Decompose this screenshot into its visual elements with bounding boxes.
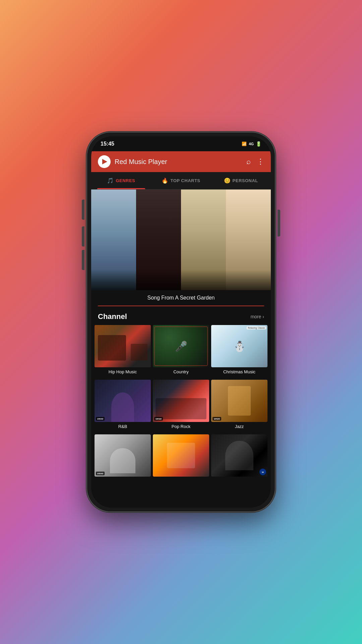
battery-icon: 🔋 — [256, 141, 261, 147]
notch — [158, 137, 204, 147]
wb-badge: w — [259, 469, 266, 475]
thumb-g6: w — [211, 434, 267, 477]
channel-item-label: Pop Rock — [172, 424, 190, 432]
wifi-icon: 📶 — [242, 142, 247, 146]
divider — [98, 306, 264, 306]
hiphop-decoration — [95, 325, 151, 367]
vevo-badge-4: vevo — [96, 472, 105, 475]
channel-more[interactable]: more › — [250, 314, 264, 319]
channel-grid: Hip Hop Music 🎤 Country — [91, 325, 271, 482]
snowman-icon: ⛄ — [233, 340, 246, 352]
channel-item-label: Hip Hop Music — [109, 369, 137, 378]
thumb-christmas: ⛄ Relaxing Classic — [211, 325, 267, 367]
main-content: Song From A Secret Garden Channel more › — [91, 190, 271, 507]
thumb-poprock: vevo — [153, 380, 209, 422]
status-icons: 📶 4G 🔋 — [242, 141, 261, 147]
channel-item-label: Christmas Music — [223, 369, 255, 378]
vevo-badge: vevo — [96, 417, 105, 421]
list-item[interactable]: vevo — [95, 434, 151, 482]
signal-label: 4G — [249, 142, 254, 146]
christmas-decoration: ⛄ — [211, 325, 267, 367]
list-item[interactable]: vevo Pop Rock — [153, 380, 209, 432]
play-icon — [102, 159, 107, 164]
channel-header: Channel more › — [91, 306, 271, 325]
thumb-g5 — [153, 434, 209, 477]
personal-label: PERSONAL — [233, 178, 258, 183]
genres-icon: 🎵 — [107, 177, 114, 184]
featured-caption: Song From A Secret Garden — [91, 290, 271, 306]
phone-screen: 15:45 📶 4G 🔋 Red Music Player ⌕ ⋮ 🎵 GE — [91, 137, 271, 507]
channel-item-label: Jazz — [235, 424, 244, 432]
app-logo — [98, 155, 111, 168]
phone-frame: 15:45 📶 4G 🔋 Red Music Player ⌕ ⋮ 🎵 GE — [87, 132, 275, 512]
thumb-g4: vevo — [95, 434, 151, 477]
list-item[interactable]: Hip Hop Music — [95, 325, 151, 378]
app-header: Red Music Player ⌕ ⋮ — [91, 151, 271, 172]
list-item[interactable]: vevo Jazz — [211, 380, 267, 432]
list-item[interactable]: 🎤 Country — [153, 325, 209, 378]
topcharts-icon: 🔥 — [162, 177, 168, 184]
genres-label: GENRES — [116, 178, 135, 183]
vevo-badge-2: vevo — [154, 417, 163, 421]
list-item[interactable]: ⛄ Relaxing Classic Christmas Music — [211, 325, 267, 378]
app-title: Red Music Player — [115, 158, 242, 166]
thumb-rnb: vevo — [95, 380, 151, 422]
header-actions: ⌕ ⋮ — [246, 157, 264, 166]
thumb-jazz: vevo — [211, 380, 267, 422]
chevron-right-icon: › — [262, 314, 264, 319]
status-bar: 15:45 📶 4G 🔋 — [91, 137, 271, 151]
vevo-badge-3: vevo — [213, 417, 221, 421]
thumb-hiphop — [95, 325, 151, 367]
list-item[interactable] — [153, 434, 209, 482]
tabs-bar: 🎵 GENRES 🔥 TOP CHARTS 😊 PERSONAL — [91, 172, 271, 190]
search-icon[interactable]: ⌕ — [246, 157, 251, 166]
channel-title: Channel — [98, 312, 127, 321]
list-item[interactable]: w — [211, 434, 267, 482]
thumb-country: 🎤 — [153, 325, 209, 367]
featured-overlay — [91, 270, 271, 290]
topcharts-label: TOP CHARTS — [170, 178, 200, 183]
list-item[interactable]: vevo R&B — [95, 380, 151, 432]
featured-image — [91, 190, 271, 290]
channel-section: Channel more › — [91, 306, 271, 482]
tab-genres[interactable]: 🎵 GENRES — [91, 172, 151, 189]
channel-item-label: R&B — [118, 424, 127, 432]
tab-topcharts[interactable]: 🔥 TOP CHARTS — [151, 172, 211, 189]
channel-item-label: Country — [173, 369, 189, 378]
status-time: 15:45 — [101, 141, 114, 147]
personal-icon: 😊 — [224, 177, 231, 184]
featured-title: Song From A Secret Garden — [147, 295, 215, 301]
featured-section[interactable]: Song From A Secret Garden — [91, 190, 271, 306]
info-badge: Relaxing Classic — [247, 326, 266, 329]
more-icon[interactable]: ⋮ — [257, 157, 264, 166]
tab-personal[interactable]: 😊 PERSONAL — [211, 172, 271, 189]
